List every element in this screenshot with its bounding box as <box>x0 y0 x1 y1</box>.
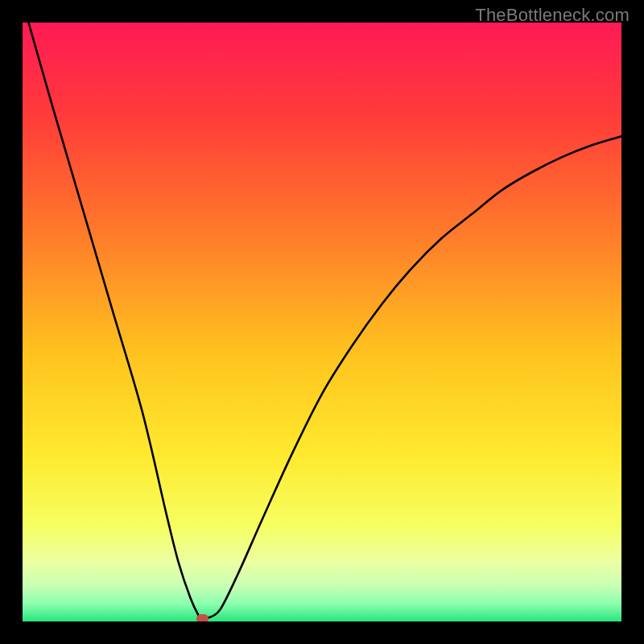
chart-frame: TheBottleneck.com <box>0 0 644 644</box>
plot-area <box>23 23 621 621</box>
bottleneck-curve <box>23 23 621 621</box>
optimal-point-marker <box>196 614 208 621</box>
watermark-text: TheBottleneck.com <box>475 5 630 26</box>
